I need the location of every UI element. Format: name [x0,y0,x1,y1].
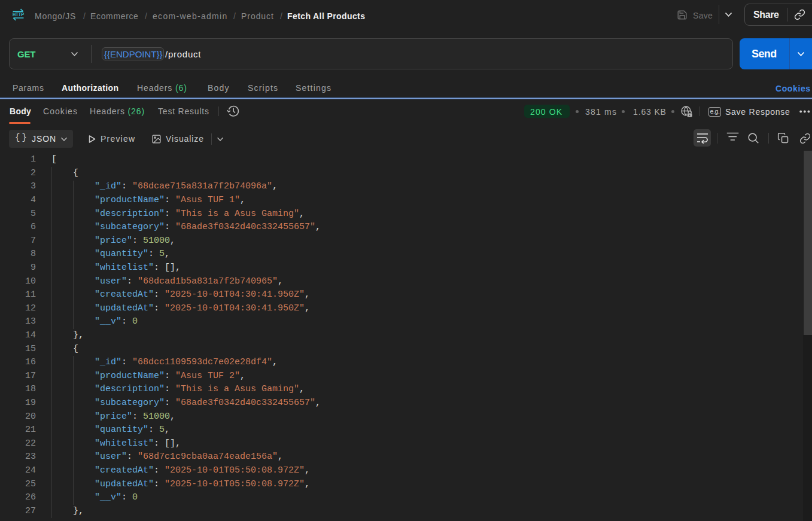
svg-text:HTTP: HTTP [13,12,24,17]
